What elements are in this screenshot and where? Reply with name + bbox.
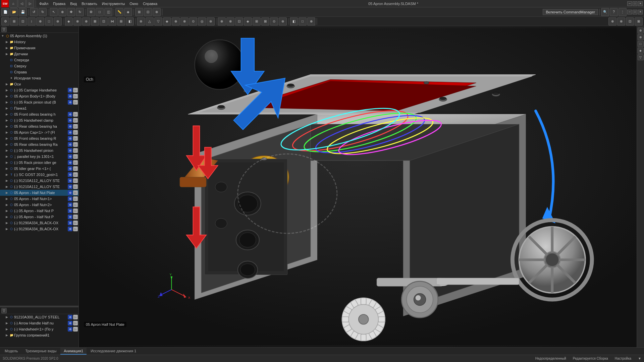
tb2-btn32[interactable]: ⊛ — [279, 17, 287, 25]
tb2-btn26[interactable]: ⊗ — [226, 17, 234, 25]
right-btn-4[interactable]: ◈ — [638, 48, 644, 54]
3d-viewport[interactable]: QZI — [79, 26, 637, 347]
right-btn-1[interactable]: ⊕ — [638, 27, 644, 34]
exploded-view-btn[interactable]: ⊕ — [153, 8, 161, 16]
solidworks-logo[interactable]: SW — [1, 0, 9, 7]
section-btn[interactable]: ◫ — [104, 8, 112, 16]
tb2-btn11[interactable]: ⊠ — [91, 17, 99, 25]
right-btn-5[interactable]: ▽ — [638, 54, 644, 60]
lower-filter-btn[interactable]: ▽ — [1, 308, 7, 313]
tree-item-half-nut-2[interactable]: ▶ ⬡ 05 Apron - Half Nut<2> ⚙ ▷ — [0, 202, 78, 208]
tb2-right-btn2[interactable]: ⊗ — [617, 17, 625, 25]
app-minimize-btn[interactable]: ─ — [627, 10, 632, 14]
tree-item-half-nut-1[interactable]: ▶ ⬡ 05 Apron - Half Nut<1> ⚙ ▷ — [0, 196, 78, 202]
tb2-btn30[interactable]: ⊠ — [261, 17, 269, 25]
tb2-btn27[interactable]: ⊡ — [235, 17, 243, 25]
app-maximize-btn[interactable]: □ — [633, 10, 637, 14]
lower-item-handwheel[interactable]: ▶ ⬡ (-) Handwheel<1> (По у ⚙ ▷ — [0, 326, 78, 332]
tree-root[interactable]: ▼ ⬡ 05 Apron Assembly (1) — [0, 33, 78, 39]
tree-item-top[interactable]: ⊡ Сверху — [0, 63, 78, 69]
tb2-btn12[interactable]: ⊡ — [100, 17, 108, 25]
tree-item-black-ox-2[interactable]: ▶ ⬡ (-) 91290A334_BLACK-OX ⚙ ▷ — [0, 226, 78, 232]
tree-item-front[interactable]: ⊡ Спереди — [0, 57, 78, 63]
tb2-btn1[interactable]: ⚙ — [1, 17, 9, 25]
tb2-btn18[interactable]: ▽ — [154, 17, 162, 25]
save-btn[interactable]: 💾 — [19, 8, 27, 16]
tree-item-idler-pin[interactable]: ▶ ⬡ 05 Idler gear Pin <1> ( ⚙ ▷ — [0, 166, 78, 172]
tb2-btn33[interactable]: ◧ — [290, 17, 298, 25]
tab-animation1[interactable]: Анимация1 — [60, 348, 87, 355]
insert-component-btn[interactable]: ⊞ — [135, 8, 143, 16]
rotate-btn[interactable]: ↻ — [76, 8, 84, 16]
tree-item-notes[interactable]: ▶ 📁 Примечания — [0, 45, 78, 51]
tree-item-rack-pinion[interactable]: ▶ ⬡ (-) 05 Rack pinion stud (B ⚙ ▷ — [0, 99, 78, 105]
tb2-btn17[interactable]: △ — [146, 17, 154, 25]
tree-item-right[interactable]: ⊡ Справа — [0, 69, 78, 75]
tree-item-panka[interactable]: ▶ ⬡ Панка1 — [0, 105, 78, 111]
tree-item-sc-gost[interactable]: ▶ T (-) SC GOST 2010_gost<1 ⚙ ▷ — [0, 172, 78, 178]
menu-item-view[interactable]: Вид — [68, 1, 79, 6]
tb2-btn35[interactable]: ⊕ — [307, 17, 315, 25]
cmd-manager-label[interactable]: Включить CommandManager — [543, 9, 598, 15]
tree-item-alloy2[interactable]: ▶ ⬡ (-) 91210A112_ALLOY STE ⚙ ▷ — [0, 184, 78, 190]
tree-item-hw-clamp[interactable]: ▶ ⬡ (-) 05 Handwheel clamp ⚙ ▷ — [0, 117, 78, 123]
tb2-btn19[interactable]: ◈ — [163, 17, 171, 25]
menu-item-window[interactable]: Окно — [127, 1, 140, 6]
view-options-btn[interactable]: ⚙ — [87, 8, 95, 16]
close-btn[interactable]: ✕ — [638, 1, 643, 6]
tb2-btn6[interactable]: □ — [45, 17, 53, 25]
menu-item-insert[interactable]: Вставить — [79, 1, 99, 6]
tree-item-rack-idler[interactable]: ▶ ⬡ (-) 05 Rack pinion idler ge ⚙ ▷ — [0, 160, 78, 166]
tb2-btn24[interactable]: ⊛ — [207, 17, 215, 25]
pan-btn[interactable]: ✥ — [67, 8, 75, 16]
tree-item-rear-bearing-ra[interactable]: ▶ ⬡ 05 Rear oilless bearing Ra ⚙ ▷ — [0, 141, 78, 147]
undo-btn[interactable]: ↺ — [30, 8, 38, 16]
tree-item-history[interactable]: ▶ 📁 History — [0, 39, 78, 45]
tb2-btn22[interactable]: ⊙ — [189, 17, 197, 25]
nav-back-btn[interactable]: ◁ — [18, 0, 26, 8]
smartdim-btn[interactable]: ◈ — [124, 8, 132, 16]
tb2-btn15[interactable]: ◧ — [126, 17, 134, 25]
tree-item-front-bearing-r[interactable]: ▶ ⬡ 05 Front oilless bearing R ⚙ ▷ — [0, 135, 78, 141]
filter-btn[interactable]: ▽ — [1, 27, 7, 32]
tree-item-half-nut-plate[interactable]: ▶ ⬡ 05 Apron - Half Nut Plate ⚙ ▷ — [0, 190, 78, 196]
options-btn[interactable]: ⋮ — [619, 8, 627, 16]
menu-item-file[interactable]: Файл — [37, 1, 50, 6]
lower-item-arrow-handle[interactable]: ▶ ⬡ (-) Arrow Handle Half nu ⚙ ▷ — [0, 320, 78, 326]
tree-item-half-nut-p1[interactable]: ▶ ⬡ (-) 05 Apron - Half Nut P ⚙ ▷ — [0, 208, 78, 214]
app-close-btn[interactable]: ✕ — [638, 10, 643, 14]
tree-item-axes[interactable]: ▶ 📁 Оси — [0, 81, 78, 87]
tb2-btn20[interactable]: ⊕ — [172, 17, 180, 25]
maximize-btn[interactable]: □ — [633, 1, 637, 6]
tb2-btn28[interactable]: ◈ — [244, 17, 252, 25]
tb2-btn8[interactable]: ◈ — [65, 17, 73, 25]
tb2-right-btn1[interactable]: ⊕ — [608, 17, 616, 25]
new-btn[interactable]: 📄 — [1, 8, 9, 16]
nav-forward-btn[interactable]: ▷ — [26, 0, 34, 8]
tree-item-alloy1[interactable]: ▶ ⬡ (-) 91210A112_ALLOY STE ⚙ ▷ — [0, 178, 78, 184]
config-dropdown-btn[interactable]: ▼ — [638, 357, 641, 360]
tb2-right-btn4[interactable]: ⊠ — [635, 17, 643, 25]
mate-btn[interactable]: ⊡ — [144, 8, 152, 16]
tab-model[interactable]: Модель — [1, 348, 21, 355]
tb2-btn14[interactable]: ⊞ — [117, 17, 125, 25]
tb2-btn31[interactable]: ⊙ — [270, 17, 278, 25]
help-btn[interactable]: ? — [610, 8, 618, 16]
tab-motion-study[interactable]: Исследование движения 1 — [87, 348, 140, 355]
minimize-btn[interactable]: ─ — [627, 1, 632, 6]
tree-item-carriage[interactable]: ▶ ⬡ (-) 05 Carriage Handwhee ⚙ ▷ — [0, 87, 78, 93]
tab-3d-views[interactable]: Трехмерные виды — [22, 348, 60, 355]
tb2-btn3[interactable]: ⊡ — [19, 17, 27, 25]
search-btn[interactable]: 🔍 — [601, 8, 609, 16]
tb2-btn4[interactable]: ↕ — [28, 17, 36, 25]
tree-item-origin[interactable]: ✦ Исходная точка — [0, 75, 78, 81]
tree-item-half-nut-p2[interactable]: ▶ ⬡ (-) 05 Apron - Half Nut P ⚙ ▷ — [0, 214, 78, 220]
measure-btn[interactable]: 📏 — [115, 8, 123, 16]
tb2-btn10[interactable]: ⊕ — [82, 17, 90, 25]
zoom-btn[interactable]: ⊕ — [58, 8, 66, 16]
tree-item-front-bearing[interactable]: ▶ ⬡ 05 Front oilless bearing h ⚙ ▷ — [0, 111, 78, 117]
lower-item-group[interactable]: ▶ 📁 Группа сопряжений1 — [0, 332, 78, 338]
tree-item-apron-body[interactable]: ▶ ⬡ 05 Apron Body<1> (Body ⚙ ▷ — [0, 93, 78, 99]
tree-item-parallel-key[interactable]: ▶ ⬡ ;; parallel key jis 1301<1 ⚙ ▷ — [0, 154, 78, 160]
right-btn-2[interactable]: ⊗ — [638, 34, 644, 40]
